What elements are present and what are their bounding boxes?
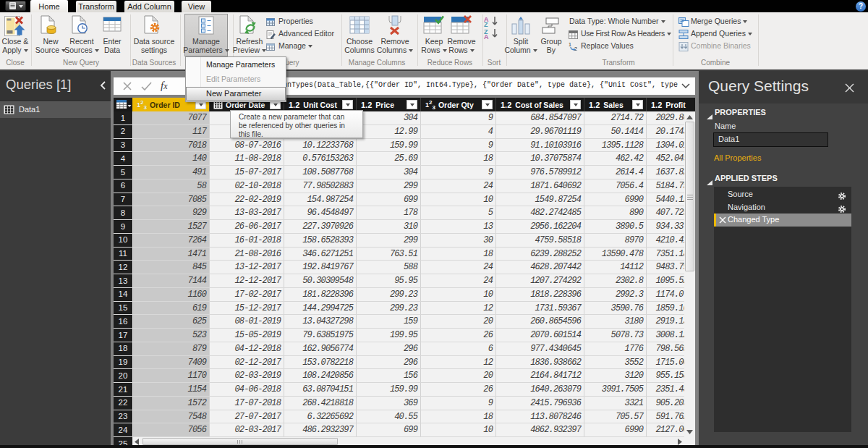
- svg-text:2: 2: [574, 46, 577, 51]
- svg-text:1: 1: [569, 42, 571, 47]
- svg-text:A: A: [484, 33, 489, 40]
- svg-text:Z: Z: [484, 21, 488, 28]
